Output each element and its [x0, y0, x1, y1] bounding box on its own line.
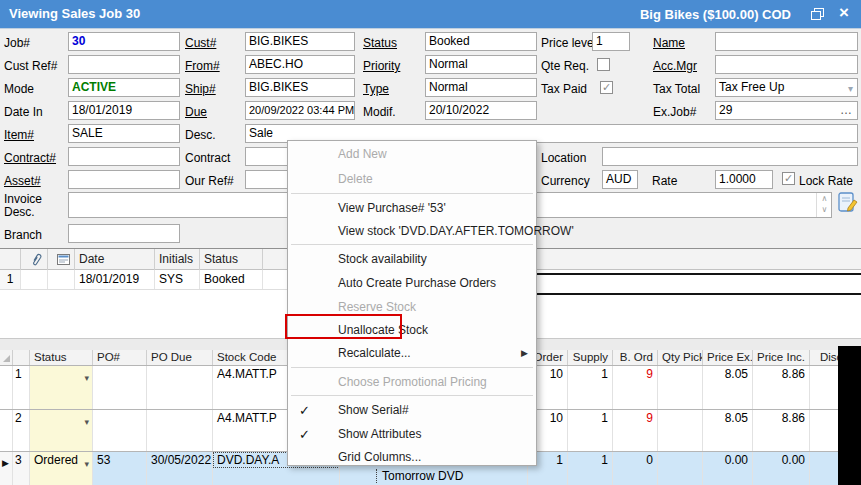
history-initials-cell: SYS — [155, 270, 200, 289]
due-label[interactable]: Due — [185, 105, 207, 119]
qte-req-checkbox[interactable] — [597, 58, 610, 71]
rate-field[interactable]: 1.0000 — [715, 170, 773, 189]
acc-mgr-label[interactable]: Acc.Mgr — [653, 59, 697, 73]
branch-field[interactable] — [68, 224, 180, 243]
ellipsis-button[interactable]: … — [840, 102, 853, 119]
attachment-column-header[interactable] — [21, 249, 48, 270]
ex-job-field[interactable]: 29… — [715, 101, 858, 120]
chevron-down-icon[interactable]: ▾ — [848, 80, 853, 97]
menu-item-grid-columns[interactable]: Grid Columns... — [288, 446, 536, 467]
close-icon[interactable]: × — [839, 3, 849, 23]
qty-pick-column-header[interactable]: Qty Pick — [658, 350, 703, 365]
comment-column-header[interactable] — [48, 249, 75, 270]
type-label[interactable]: Type — [363, 82, 389, 96]
chevron-down-icon[interactable]: ▾ — [84, 456, 89, 472]
float-window-icon[interactable] — [811, 8, 823, 19]
supply-column-header[interactable]: Supply — [568, 350, 613, 365]
menu-item-auto-create-po[interactable]: Auto Create Purchase Orders — [288, 271, 536, 295]
status-label[interactable]: Status — [363, 36, 397, 50]
menu-item-show-serial[interactable]: ✓Show Serial# — [288, 398, 536, 422]
cust-field[interactable]: BIG.BIKES — [245, 32, 355, 51]
bord-cell[interactable]: 0 — [613, 452, 658, 485]
status-cell[interactable]: ▾ — [30, 366, 93, 409]
qty-pick-cell[interactable] — [658, 452, 703, 485]
status-field[interactable]: Booked — [425, 32, 537, 51]
scroll-down-icon[interactable]: ∨ — [817, 204, 832, 215]
po-cell[interactable] — [93, 366, 147, 409]
po-cell[interactable] — [93, 410, 147, 451]
price-inc-cell[interactable]: 0.00 — [753, 452, 810, 485]
po-due-cell[interactable]: 30/05/2022 — [147, 452, 213, 485]
location-field[interactable] — [602, 147, 858, 166]
supply-cell[interactable]: 1 — [568, 366, 613, 409]
currency-field[interactable]: AUD — [602, 170, 638, 189]
acc-mgr-field[interactable] — [715, 55, 858, 74]
price-inc-column-header[interactable]: Price Inc. — [753, 350, 810, 365]
price-inc-cell[interactable]: 8.86 — [753, 410, 810, 451]
location-label: Location — [541, 151, 586, 165]
status-cell[interactable]: ▾ — [30, 410, 93, 451]
date-in-field[interactable]: 18/01/2019 — [68, 101, 180, 120]
po-due-cell[interactable] — [147, 366, 213, 409]
po-due-column-header[interactable]: PO Due — [147, 350, 213, 365]
status-column-header[interactable]: Status — [30, 350, 93, 365]
history-status-header[interactable]: Status — [200, 249, 263, 270]
priority-label[interactable]: Priority — [363, 59, 400, 73]
name-field[interactable] — [715, 32, 858, 51]
history-date-header[interactable]: Date — [75, 249, 155, 270]
menu-item-view-purchase[interactable]: View Purchase# '53' — [288, 196, 536, 219]
item-field[interactable]: SALE — [68, 124, 180, 143]
from-field[interactable]: ABEC.HO — [245, 55, 355, 74]
price-level-field[interactable]: 1 — [592, 32, 630, 51]
bord-column-header[interactable]: B. Ord — [613, 350, 658, 365]
grid-corner-cell[interactable] — [0, 350, 13, 365]
bord-cell[interactable]: 9 — [613, 410, 658, 451]
tax-total-dropdown[interactable]: Tax Free Up▾ — [715, 78, 858, 97]
cust-ref-field[interactable] — [68, 55, 180, 74]
ship-label[interactable]: Ship# — [185, 82, 216, 96]
price-ex-cell[interactable]: 8.05 — [703, 366, 753, 409]
context-menu: Add New Delete View Purchase# '53' View … — [287, 140, 537, 466]
bord-cell[interactable]: 9 — [613, 366, 658, 409]
cust-label[interactable]: Cust# — [185, 36, 216, 50]
supply-cell[interactable]: 1 — [568, 452, 613, 485]
name-label[interactable]: Name — [653, 36, 685, 50]
menu-item-recalculate[interactable]: Recalculate...▶ — [288, 341, 536, 365]
type-field[interactable]: Normal — [425, 78, 537, 97]
item-label[interactable]: Item# — [4, 128, 34, 142]
asset-field[interactable] — [68, 170, 180, 189]
from-label[interactable]: From# — [185, 59, 220, 73]
our-ref-label: Our Ref# — [185, 174, 234, 188]
qty-pick-cell[interactable] — [658, 366, 703, 409]
edit-note-icon[interactable] — [838, 192, 858, 214]
qty-pick-cell[interactable] — [658, 410, 703, 451]
chevron-down-icon[interactable]: ▾ — [84, 370, 89, 386]
menu-item-view-stock[interactable]: View stock 'DVD.DAY.AFTER.TOMORROW' — [288, 219, 536, 242]
priority-field[interactable]: Normal — [425, 55, 537, 74]
po-cell[interactable]: 53 — [93, 452, 147, 485]
po-column-header[interactable]: PO# — [93, 350, 147, 365]
tax-paid-checkbox[interactable]: ✓ — [600, 81, 613, 94]
lock-rate-checkbox[interactable]: ✓ — [782, 172, 795, 185]
modif-field[interactable]: 20/10/2022 — [425, 101, 537, 120]
invoice-desc-scroll[interactable]: ∧∨ — [816, 193, 832, 217]
due-field[interactable]: 20/09/2022 03:44 PM — [245, 101, 355, 120]
scroll-up-icon[interactable]: ∧ — [817, 193, 832, 204]
menu-item-show-attributes[interactable]: ✓Show Attributes — [288, 422, 536, 446]
status-cell[interactable]: Ordered▾ — [30, 452, 93, 485]
price-ex-cell[interactable]: 0.00 — [703, 452, 753, 485]
asset-label[interactable]: Asset# — [4, 174, 41, 188]
history-initials-header[interactable]: Initials — [155, 249, 200, 270]
price-ex-column-header[interactable]: Price Ex. — [703, 350, 753, 365]
price-inc-cell[interactable]: 8.86 — [753, 366, 810, 409]
history-date-cell: 18/01/2019 — [75, 270, 155, 289]
contract-no-field[interactable] — [68, 147, 180, 166]
job-field[interactable]: 30 — [68, 32, 180, 51]
price-ex-cell[interactable]: 8.05 — [703, 410, 753, 451]
supply-cell[interactable]: 1 — [568, 410, 613, 451]
po-due-cell[interactable] — [147, 410, 213, 451]
menu-item-stock-availability[interactable]: Stock availability — [288, 247, 536, 271]
chevron-down-icon[interactable]: ▾ — [84, 414, 89, 430]
ship-field[interactable]: BIG.BIKES — [245, 78, 355, 97]
contract-no-label[interactable]: Contract# — [4, 151, 56, 165]
